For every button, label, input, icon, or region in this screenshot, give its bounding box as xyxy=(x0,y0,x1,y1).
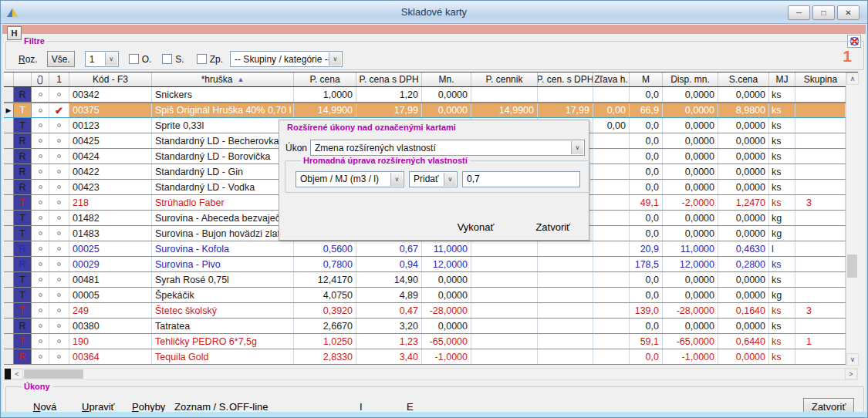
close-button[interactable]: ✕ xyxy=(837,5,860,20)
checkbox-s[interactable]: S. xyxy=(162,54,184,65)
cell-letter: T xyxy=(14,288,32,302)
cell-chk xyxy=(49,334,69,349)
cell-code: 00424 xyxy=(69,149,152,163)
record-dot-icon xyxy=(57,139,61,143)
cell-code: 00364 xyxy=(69,349,152,364)
cell-clip xyxy=(32,226,49,241)
vykonat-button[interactable]: Vykonať xyxy=(453,221,499,234)
cell-disp_mn: 0,0000 xyxy=(663,319,718,333)
dropdown-icon: ∨ xyxy=(390,173,403,186)
header-skupina[interactable]: Skupina xyxy=(795,72,846,86)
header-p-cen-s-dph[interactable]: P. cen. s DPH xyxy=(538,72,593,86)
cell-skupina xyxy=(795,241,846,256)
table-row[interactable]: R00025Surovina - Kofola0,56000,6711,0000… xyxy=(4,241,858,257)
ukon-combobox[interactable]: Zmena rozšírených vlastností ∨ xyxy=(310,140,585,156)
table-row[interactable]: R00029Surovina - Pivo0,78000,9412,000017… xyxy=(4,257,858,272)
app-window: Skladové karty ─ □ ✕ H Filtre Roz. Vše. … xyxy=(0,0,868,418)
vse-button[interactable]: Vše. xyxy=(47,51,75,67)
table-row[interactable]: R00342Snickers1,00001,200,00000,00,00000… xyxy=(4,87,858,103)
table-row[interactable]: T00481Syrah Rosé 0,75l12,417014,900,0000… xyxy=(4,272,858,288)
dialog-zatvorit-button[interactable]: Zatvoriť xyxy=(531,221,575,234)
cell-s_cena: 0,0000 xyxy=(718,87,769,102)
header-name[interactable]: *hruška ▲ xyxy=(152,72,294,86)
table-row[interactable]: T00005Špekáčik4,07504,890,00000,00,00000… xyxy=(4,288,858,303)
cell-s_cena: 0,0000 xyxy=(718,164,769,179)
scroll-left-icon: < xyxy=(15,370,19,378)
cell-sel xyxy=(4,87,14,102)
cell-sel xyxy=(4,118,14,133)
header-code[interactable]: Kód - F3 xyxy=(69,72,152,86)
property-combobox[interactable]: Objem / MJ (m3 / l) ∨ xyxy=(296,171,404,187)
operation-combobox[interactable]: Pridať ∨ xyxy=(409,171,458,187)
record-dot-icon xyxy=(57,185,61,189)
scroll-right-button[interactable]: > xyxy=(845,369,857,379)
cell-p_cena_s_dph: 0,67 xyxy=(356,241,422,256)
cell-name: Standardný LD - Vodka xyxy=(152,180,294,194)
record-dot-icon xyxy=(39,308,42,312)
header-p-cena[interactable]: P. cena xyxy=(294,72,356,86)
cell-skupina xyxy=(795,257,846,271)
count-combobox[interactable]: 1 ∨ xyxy=(85,51,119,67)
header-disp-mn[interactable]: Disp. mn. xyxy=(663,72,718,86)
header-p-cennik[interactable]: P. cennik xyxy=(471,72,538,86)
cell-letter: R xyxy=(14,133,32,148)
cell-s_cena: 0,0000 xyxy=(718,149,769,163)
checkbox-box xyxy=(197,54,207,64)
header-mj[interactable]: MJ xyxy=(769,72,795,86)
cell-chk xyxy=(49,87,69,102)
header-one[interactable]: 1 xyxy=(49,72,69,86)
cell-p_cennik xyxy=(471,257,538,271)
cell-s_cena: 0,0000 xyxy=(718,349,769,364)
horizontal-scroll-thumb[interactable] xyxy=(24,369,83,379)
record-dot-icon xyxy=(57,247,61,251)
cell-p_cena: 0,5600 xyxy=(294,241,356,256)
header-letter xyxy=(14,72,32,86)
table-row[interactable]: R00364Tequila Gold2,83303,40-1,00000,0-1… xyxy=(4,349,858,365)
header-zlava-h[interactable]: Zľava h. xyxy=(593,72,630,86)
header-p-cena-s-dph[interactable]: P. cena s DPH xyxy=(356,72,422,86)
table-row[interactable]: ▶T✔00375Spiš Originál Hruška 40% 0,70 l1… xyxy=(4,103,858,118)
cell-name: Standardný LD - Gin xyxy=(152,164,294,179)
cell-m: 0,0 xyxy=(630,211,663,225)
vertical-scroll-thumb[interactable] xyxy=(847,255,857,278)
scroll-up-button[interactable]: ∧ xyxy=(846,72,859,85)
scroll-left-button[interactable]: < xyxy=(11,369,23,379)
titlebar[interactable]: Skladové karty ─ □ ✕ xyxy=(1,1,867,24)
header-mn[interactable]: Mn. xyxy=(422,72,471,86)
record-dot-icon xyxy=(57,216,61,220)
scroll-up-icon: ∧ xyxy=(850,75,856,83)
cell-mn: -65,0000 xyxy=(422,334,471,349)
cell-name: Tequila Gold xyxy=(152,349,294,364)
scroll-down-button[interactable]: ∨ xyxy=(846,353,859,366)
cell-sel xyxy=(4,164,14,179)
minimize-button[interactable]: ─ xyxy=(788,5,810,20)
maximize-button[interactable]: □ xyxy=(812,5,835,20)
vertical-scrollbar[interactable]: ∧ ∨ xyxy=(846,72,858,366)
record-dot-icon xyxy=(57,324,61,328)
cell-skupina: 1 xyxy=(795,334,846,349)
table-row[interactable]: T249Štetec školský0,39200,47-28,0000139,… xyxy=(4,303,858,319)
record-dot-icon xyxy=(39,170,42,174)
cell-chk xyxy=(49,241,69,256)
checkbox-o[interactable]: O. xyxy=(129,54,152,65)
cell-sel xyxy=(4,226,14,241)
cell-p_cen_s_dph xyxy=(538,334,593,349)
checkbox-zp[interactable]: Zp. xyxy=(197,54,223,65)
groups-combobox[interactable]: -- Skupiny / kategórie -- ∨ xyxy=(230,51,343,67)
fixed-column-grip[interactable] xyxy=(5,369,11,379)
cell-zlava_h xyxy=(593,180,630,194)
table-row[interactable]: R00380Tatratea2,66703,200,00000,00,00000… xyxy=(4,319,858,334)
cell-clip xyxy=(32,257,49,271)
header-m[interactable]: M xyxy=(630,72,663,86)
horizontal-scrollbar[interactable]: < > xyxy=(4,368,858,380)
cell-skupina xyxy=(795,319,846,333)
cell-p_cena: 12,4170 xyxy=(294,272,356,287)
record-dot-icon xyxy=(39,293,42,297)
dialog-value-input[interactable] xyxy=(462,171,580,187)
cell-sel xyxy=(4,319,14,333)
header-attachment[interactable] xyxy=(32,72,49,86)
cell-m: 0,0 xyxy=(630,288,663,302)
table-row[interactable]: T190Tehličky PEDRO 6*7,5g1,02501,23-65,0… xyxy=(4,334,858,349)
cell-zlava_h xyxy=(593,195,630,210)
header-s-cena[interactable]: S.cena xyxy=(718,72,769,86)
